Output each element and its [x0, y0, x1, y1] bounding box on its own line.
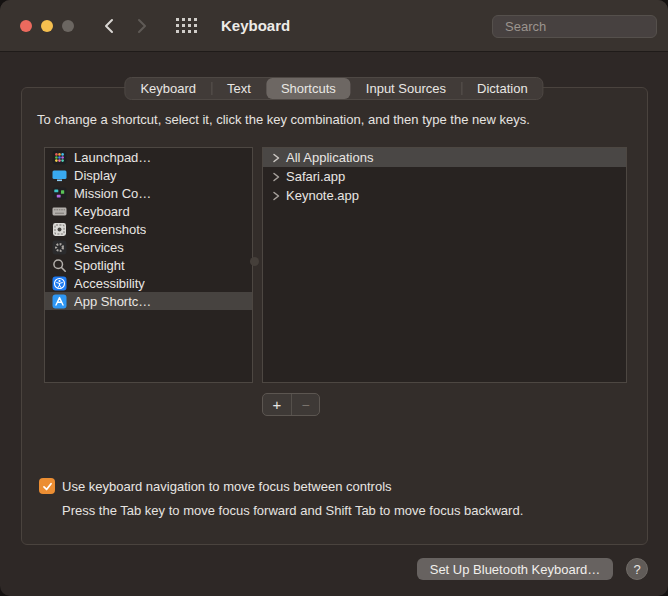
disclosure-chevron-icon[interactable]: [272, 191, 286, 201]
sidebar-item-label: Accessibility: [74, 276, 145, 291]
accessibility-icon: [52, 276, 67, 291]
minimize-window-button[interactable]: [41, 20, 53, 32]
screenshots-icon: [52, 222, 67, 237]
sidebar-item-mission-control[interactable]: Mission Co…: [45, 184, 252, 202]
add-remove-control: + −: [262, 393, 320, 416]
show-all-preferences-button[interactable]: [176, 18, 199, 38]
keyboard-navigation-row: Use keyboard navigation to move focus be…: [39, 478, 392, 494]
title-bar: Keyboard: [0, 0, 668, 52]
mission-control-icon: [52, 186, 67, 201]
sidebar-item-display[interactable]: Display: [45, 166, 252, 184]
list-item-label: All Applications: [286, 150, 373, 165]
sidebar-item-label: Keyboard: [74, 204, 130, 219]
sidebar-item-app-shortcuts[interactable]: App Shortc…: [45, 292, 252, 310]
sidebar-item-label: App Shortc…: [74, 294, 151, 309]
forward-button[interactable]: [133, 17, 151, 35]
instruction-text: To change a shortcut, select it, click t…: [37, 112, 530, 127]
checkbox-label: Use keyboard navigation to move focus be…: [62, 479, 392, 494]
sidebar-item-accessibility[interactable]: Accessibility: [45, 274, 252, 292]
scrollbar-thumb[interactable]: [250, 257, 259, 266]
tab-text[interactable]: Text: [212, 78, 266, 99]
setup-bluetooth-keyboard-button[interactable]: Set Up Bluetooth Keyboard…: [417, 558, 613, 580]
keyboard-preferences-window: Keyboard Keyboard Text Shortcuts Input S…: [0, 0, 668, 596]
disclosure-chevron-icon[interactable]: [272, 172, 286, 182]
sidebar-item-keyboard[interactable]: Keyboard: [45, 202, 252, 220]
app-shortcuts-icon: [52, 294, 67, 309]
shortcut-category-list: Launchpad… Display Mission Co… Keyboard: [44, 147, 253, 383]
sidebar-item-spotlight[interactable]: Spotlight: [45, 256, 252, 274]
page-title: Keyboard: [221, 17, 290, 34]
grid-icon: [176, 18, 199, 35]
sidebar-item-label: Mission Co…: [74, 186, 151, 201]
sidebar-item-launchpad[interactable]: Launchpad…: [45, 148, 252, 166]
list-item-label: Safari.app: [286, 169, 345, 184]
sidebar-item-label: Screenshots: [74, 222, 146, 237]
tab-shortcuts[interactable]: Shortcuts: [266, 78, 351, 99]
chevron-left-icon: [104, 18, 114, 34]
list-item-keynote[interactable]: Keynote.app: [263, 186, 626, 205]
tab-input-sources[interactable]: Input Sources: [351, 78, 461, 99]
tab-bar: Keyboard Text Shortcuts Input Sources Di…: [124, 77, 543, 100]
launchpad-icon: [52, 150, 67, 165]
tab-keyboard[interactable]: Keyboard: [125, 78, 211, 99]
tab-dictation[interactable]: Dictation: [462, 78, 543, 99]
keyboard-navigation-checkbox[interactable]: [39, 478, 55, 494]
keyboard-icon: [52, 204, 67, 219]
shortcut-detail-list: All Applications Safari.app Keynote.app: [262, 147, 627, 383]
chevron-right-icon: [137, 18, 147, 34]
search-field[interactable]: [492, 15, 657, 38]
spotlight-magnifier-icon: [52, 258, 67, 273]
back-button[interactable]: [100, 17, 118, 35]
sidebar-item-label: Launchpad…: [74, 150, 151, 165]
sidebar-item-services[interactable]: Services: [45, 238, 252, 256]
list-item-safari[interactable]: Safari.app: [263, 167, 626, 186]
zoom-window-button[interactable]: [62, 20, 74, 32]
display-icon: [52, 168, 67, 183]
list-item-label: Keynote.app: [286, 188, 359, 203]
services-gear-icon: [52, 240, 67, 255]
remove-shortcut-button[interactable]: −: [291, 394, 319, 415]
search-input[interactable]: [505, 19, 668, 34]
checkmark-icon: [42, 481, 53, 492]
add-shortcut-button[interactable]: +: [263, 394, 291, 415]
checkbox-hint-text: Press the Tab key to move focus forward …: [62, 503, 523, 518]
disclosure-chevron-icon[interactable]: [272, 153, 286, 163]
sidebar-item-label: Services: [74, 240, 124, 255]
sidebar-item-label: Spotlight: [74, 258, 125, 273]
sidebar-item-label: Display: [74, 168, 117, 183]
list-item-all-applications[interactable]: All Applications: [263, 148, 626, 167]
close-window-button[interactable]: [20, 20, 32, 32]
sidebar-item-screenshots[interactable]: Screenshots: [45, 220, 252, 238]
help-button[interactable]: ?: [626, 558, 648, 580]
